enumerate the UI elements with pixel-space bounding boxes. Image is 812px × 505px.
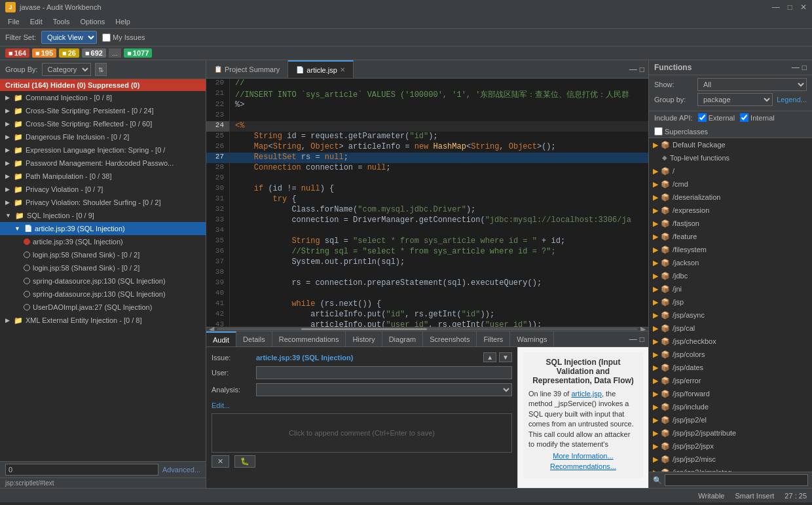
func-jsp-jsp2-simpletag[interactable]: ▶ 📦 /jsp/jsp2/simpletag: [649, 466, 812, 472]
btab-audit[interactable]: Audit: [206, 331, 236, 346]
search-input[interactable]: [5, 464, 158, 476]
tab-minimize-btn[interactable]: —: [629, 65, 637, 74]
btab-maximize[interactable]: □: [640, 335, 644, 344]
badge-low[interactable]: ■ 692: [82, 48, 106, 58]
func-jsp-colors[interactable]: ▶ 📦 /jsp/colors: [649, 348, 812, 361]
tree-item-login-2[interactable]: login.jsp:58 (Shared Sink) - [0 / 2]: [0, 261, 206, 274]
comment-area[interactable]: Click to append comment (Ctrl+Enter to s…: [212, 413, 512, 453]
tree-item-login-1[interactable]: login.jsp:58 (Shared Sink) - [0 / 2]: [0, 248, 206, 261]
advanced-link[interactable]: Advanced...: [162, 466, 200, 474]
func-jsp-jsp2-el[interactable]: ▶ 📦 /jsp/jsp2/el: [649, 413, 812, 426]
func-feature[interactable]: ▶ 📦 /feature: [649, 230, 812, 243]
tree-item-userdao[interactable]: UserDAOImpl.java:27 (SQL Injection): [0, 301, 206, 314]
functions-search-input[interactable]: [665, 474, 808, 486]
menu-edit[interactable]: Edit: [25, 16, 48, 27]
article-jsp-link[interactable]: article.jsp: [571, 390, 601, 398]
menu-tools[interactable]: Tools: [48, 16, 75, 27]
nav-down-btn[interactable]: ▼: [499, 352, 512, 362]
badge-medium[interactable]: ■ 26: [59, 48, 79, 58]
rp-minimize-btn[interactable]: —: [792, 63, 800, 72]
recommendations-link[interactable]: Recommendations...: [528, 462, 638, 470]
func-jsp-cal[interactable]: ▶ 📦 /jsp/cal: [649, 322, 812, 335]
func-root[interactable]: ▶ 📦 /: [649, 164, 812, 178]
more-info-link[interactable]: More Information...: [528, 452, 638, 460]
external-checkbox[interactable]: [698, 113, 707, 122]
show-select[interactable]: All: [697, 78, 807, 91]
edit-link[interactable]: Edit...: [212, 402, 230, 409]
menu-options[interactable]: Options: [75, 16, 110, 27]
func-cmd[interactable]: ▶ 📦 /cmd: [649, 178, 812, 191]
func-default-package[interactable]: ▶ 📦 Default Package: [649, 138, 812, 151]
func-filesystem[interactable]: ▶ 📦 /filesystem: [649, 243, 812, 256]
groupby-select[interactable]: package: [697, 93, 773, 106]
tree-item-xxe[interactable]: ▶ 📁 XML External Entity Injection - [0 /…: [0, 314, 206, 327]
func-jsp-include[interactable]: ▶ 📦 /jsp/include: [649, 400, 812, 413]
btab-warnings[interactable]: Warnings: [510, 331, 554, 346]
maximize-btn[interactable]: □: [788, 3, 792, 12]
rp-maximize-btn[interactable]: □: [802, 63, 807, 72]
tab-close-btn[interactable]: ✕: [340, 66, 345, 73]
scroll-thumb[interactable]: [301, 328, 428, 330]
tree-item-path-manipulation[interactable]: ▶ 📁 Path Manipulation - [0 / 38]: [0, 170, 206, 183]
minimize-btn[interactable]: —: [772, 3, 780, 12]
func-jni[interactable]: ▶ 📦 /jni: [649, 282, 812, 295]
func-jsp-dates[interactable]: ▶ 📦 /jsp/dates: [649, 361, 812, 374]
btab-history[interactable]: History: [346, 331, 382, 346]
func-jsp-checkbox[interactable]: ▶ 📦 /jsp/checkbox: [649, 335, 812, 348]
sort-button[interactable]: ⇅: [95, 63, 107, 76]
func-jsp-jsp2-jspattribute[interactable]: ▶ 📦 /jsp/jsp2/jspattribute: [649, 426, 812, 440]
btab-filters[interactable]: Filters: [477, 331, 510, 346]
btab-screenshots[interactable]: Screenshots: [423, 331, 477, 346]
func-jsp[interactable]: ▶ 📦 /jsp: [649, 295, 812, 309]
badge-critical[interactable]: ■ 164: [5, 48, 29, 58]
tree-item-privacy-violation[interactable]: ▶ 📁 Privacy Violation - [0 / 7]: [0, 183, 206, 196]
superclasses-checkbox[interactable]: [654, 127, 663, 136]
issue-tree[interactable]: ▶ 📁 Command Injection - [0 / 8] ▶ 📁 Cros…: [0, 91, 206, 461]
func-jdbc[interactable]: ▶ 📦 /jdbc: [649, 269, 812, 282]
tree-item-xss-reflected[interactable]: ▶ 📁 Cross-Site Scripting: Reflected - [0…: [0, 117, 206, 130]
tree-item-xss-persistent[interactable]: ▶ 📁 Cross-Site Scripting: Persistent - […: [0, 104, 206, 117]
menu-help[interactable]: Help: [110, 16, 136, 27]
tree-item-password-mgmt[interactable]: ▶ 📁 Password Management: Hardcoded Passw…: [0, 157, 206, 170]
tree-item-spring-2[interactable]: spring-datasource.jsp:130 (SQL Injection…: [0, 288, 206, 301]
internal-checkbox[interactable]: [740, 113, 748, 122]
tree-item-command-injection[interactable]: ▶ 📁 Command Injection - [0 / 8]: [0, 91, 206, 104]
btab-recommendations[interactable]: Recommendations: [272, 331, 346, 346]
tree-item-article-selected[interactable]: ➤ ▼ 📄 article.jsp:39 (SQL Injection): [0, 222, 206, 235]
tree-item-privacy-shoulder[interactable]: ▶ 📁 Privacy Violation: Shoulder Surfing …: [0, 196, 206, 209]
scroll-track[interactable]: [217, 328, 638, 330]
func-jackson[interactable]: ▶ 📦 /jackson: [649, 256, 812, 269]
btab-diagram[interactable]: Diagram: [382, 331, 424, 346]
func-jsp-jsp2-misc[interactable]: ▶ 📦 /jsp/jsp2/misc: [649, 453, 812, 466]
close-btn[interactable]: ✕: [800, 3, 807, 12]
code-editor[interactable]: 20 // 21 //INSERT INTO `sys_article` VAL…: [206, 79, 648, 327]
func-fastjson[interactable]: ▶ 📦 /fastjson: [649, 217, 812, 230]
badge-high[interactable]: ■ 195: [32, 48, 56, 58]
func-deserialization[interactable]: ▶ 📦 /deserialization: [649, 191, 812, 204]
btab-details[interactable]: Details: [236, 331, 272, 346]
tree-item-article-1[interactable]: article.jsp:39 (SQL Injection): [0, 235, 206, 248]
legend-link[interactable]: Legend...: [777, 96, 807, 103]
cancel-btn[interactable]: ✕: [212, 455, 229, 468]
tab-maximize-btn[interactable]: □: [640, 65, 644, 74]
tree-item-sql-injection[interactable]: ▼ 📁 SQL Injection - [0 / 9]: [0, 209, 206, 222]
func-expression[interactable]: ▶ 📦 /expression: [649, 204, 812, 217]
tree-item-el-injection[interactable]: ▶ 📁 Expression Language Injection: Sprin…: [0, 143, 206, 157]
user-input[interactable]: [256, 366, 512, 379]
my-issues-checkbox[interactable]: [102, 33, 111, 42]
tab-article-jsp[interactable]: 📄 article.jsp ✕: [288, 60, 353, 78]
group-by-select[interactable]: Category: [42, 63, 91, 76]
tree-item-spring-1[interactable]: spring-datasource.jsp:130 (SQL Injection…: [0, 274, 206, 288]
func-jsp-error[interactable]: ▶ 📦 /jsp/error: [649, 374, 812, 387]
func-jsp-async[interactable]: ▶ 📦 /jsp/async: [649, 309, 812, 322]
func-toplevel[interactable]: ◆ Top-level functions: [649, 151, 812, 164]
menu-file[interactable]: File: [3, 16, 25, 27]
func-jsp-forward[interactable]: ▶ 📦 /jsp/forward: [649, 387, 812, 400]
filter-set-select[interactable]: Quick View: [41, 31, 97, 44]
badge-total[interactable]: ■ 1077: [124, 48, 152, 58]
nav-up-btn[interactable]: ▲: [483, 352, 496, 362]
tree-item-dangerous-inclusion[interactable]: ▶ 📁 Dangerous File Inclusion - [0 / 2]: [0, 130, 206, 143]
analysis-select[interactable]: [256, 383, 512, 396]
tab-project-summary[interactable]: 📋 Project Summary: [206, 60, 288, 78]
btab-minimize[interactable]: —: [629, 335, 637, 344]
